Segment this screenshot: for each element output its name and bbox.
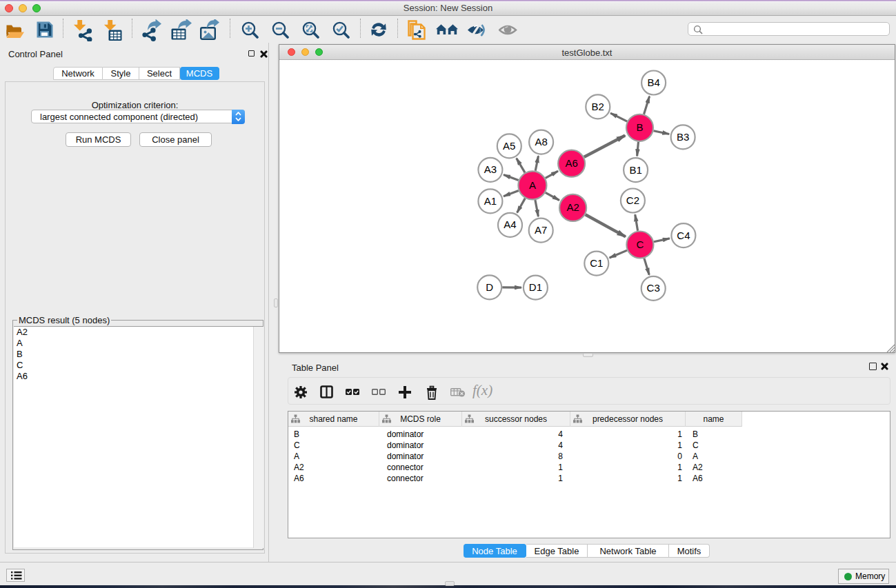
svg-text:C3: C3 xyxy=(647,282,660,294)
svg-text:D1: D1 xyxy=(529,281,542,293)
svg-text:A6: A6 xyxy=(565,157,577,169)
svg-text:D: D xyxy=(486,281,493,293)
svg-text:A4: A4 xyxy=(504,219,516,230)
svg-text:B: B xyxy=(636,121,643,133)
svg-text:C1: C1 xyxy=(590,257,603,269)
svg-text:C2: C2 xyxy=(626,194,639,206)
svg-text:B1: B1 xyxy=(629,164,641,176)
svg-text:A7: A7 xyxy=(535,224,547,236)
svg-text:A2: A2 xyxy=(566,201,579,213)
svg-text:C4: C4 xyxy=(677,230,690,241)
svg-text:A5: A5 xyxy=(503,140,515,152)
svg-text:A: A xyxy=(529,179,536,191)
svg-text:A1: A1 xyxy=(484,195,497,207)
svg-text:C: C xyxy=(636,239,644,250)
svg-text:A8: A8 xyxy=(535,136,547,148)
svg-text:A3: A3 xyxy=(484,163,497,175)
svg-text:B2: B2 xyxy=(592,101,604,112)
svg-text:B4: B4 xyxy=(647,77,659,88)
svg-text:B3: B3 xyxy=(677,131,689,143)
